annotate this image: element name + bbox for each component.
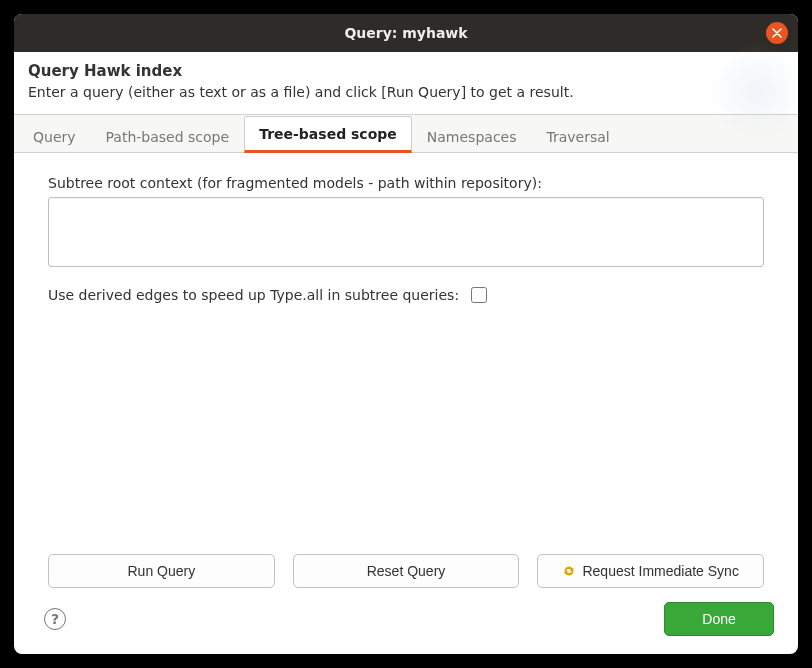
tab-query[interactable]: Query: [18, 119, 91, 153]
help-icon: ?: [51, 611, 59, 627]
header-area: Query Hawk index Enter a query (either a…: [14, 52, 798, 114]
tab-path-scope[interactable]: Path-based scope: [91, 119, 245, 153]
derived-edges-label: Use derived edges to speed up Type.all i…: [48, 287, 459, 303]
window-title: Query: myhawk: [14, 25, 798, 41]
dialog-window: Query: myhawk Query Hawk index Enter a q…: [14, 14, 798, 654]
action-button-row: Run Query Reset Query Request Immediate …: [14, 538, 798, 588]
header-description: Enter a query (either as text or as a fi…: [28, 84, 784, 100]
footer-row: ? Done: [14, 588, 798, 654]
subtree-root-label: Subtree root context (for fragmented mod…: [48, 175, 764, 191]
subtree-root-input[interactable]: [48, 197, 764, 267]
derived-edges-row[interactable]: Use derived edges to speed up Type.all i…: [48, 284, 764, 306]
request-sync-button[interactable]: Request Immediate Sync: [537, 554, 764, 588]
reset-query-button[interactable]: Reset Query: [293, 554, 520, 588]
request-sync-label: Request Immediate Sync: [582, 563, 738, 579]
sync-icon: [562, 564, 576, 578]
tab-panel-tree-scope: Subtree root context (for fragmented mod…: [14, 153, 798, 538]
derived-edges-checkbox[interactable]: [471, 287, 487, 303]
help-button[interactable]: ?: [44, 608, 66, 630]
done-button[interactable]: Done: [664, 602, 774, 636]
titlebar: Query: myhawk: [14, 14, 798, 52]
run-query-button[interactable]: Run Query: [48, 554, 275, 588]
tabbar: Query Path-based scope Tree-based scope …: [14, 114, 798, 153]
tab-namespaces[interactable]: Namespaces: [412, 119, 532, 153]
tab-tree-scope[interactable]: Tree-based scope: [244, 116, 412, 153]
header-heading: Query Hawk index: [28, 62, 784, 80]
tab-traversal[interactable]: Traversal: [531, 119, 624, 153]
